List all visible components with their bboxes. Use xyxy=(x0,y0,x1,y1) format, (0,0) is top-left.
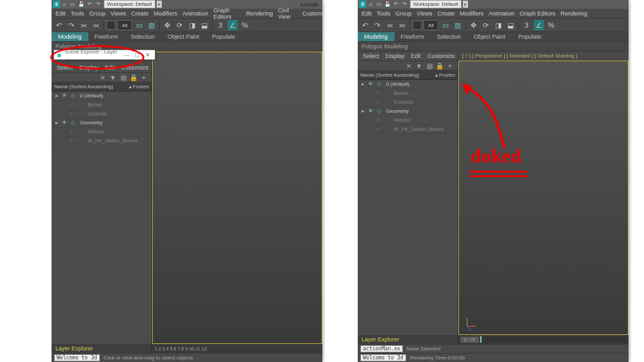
filter-icon[interactable]: ▼ xyxy=(109,73,117,81)
select-name-icon[interactable]: ▥ xyxy=(453,20,463,30)
explorer-menu-edit[interactable]: Edit xyxy=(105,64,115,71)
unlink-icon[interactable]: ⫘ xyxy=(90,20,101,30)
menu-grapheditors[interactable]: Graph Editors xyxy=(213,7,241,20)
menu-tools[interactable]: Tools xyxy=(377,10,391,17)
expand-icon[interactable]: ▸ xyxy=(54,93,59,99)
scale-gizmo-icon[interactable]: ◨ xyxy=(493,20,503,30)
menu-group[interactable]: Group xyxy=(396,10,412,17)
scale-gizmo-icon[interactable]: ◨ xyxy=(187,20,197,30)
list-item[interactable]: ▫IK_FK_Switch_Bones xyxy=(358,125,458,134)
tab-freeform[interactable]: Freeform xyxy=(88,32,125,41)
expand-icon[interactable]: ▸ xyxy=(360,81,366,87)
tab-modeling[interactable]: Modeling xyxy=(358,32,395,41)
redo-icon[interactable]: ↷ xyxy=(401,1,407,8)
move-gizmo-icon[interactable]: ✥ xyxy=(469,20,479,30)
list-item[interactable]: ▫Controls xyxy=(52,110,151,119)
rotate-gizmo-icon[interactable]: ⟳ xyxy=(481,20,491,30)
new-icon[interactable]: ▱ xyxy=(61,1,68,8)
dialog-titlebar[interactable]: ▣ Scene Explorer - Layer … — ▢ ✕ xyxy=(54,50,155,59)
snap-toggle-icon[interactable]: 3 xyxy=(522,20,532,30)
select-filter-check[interactable] xyxy=(106,21,115,30)
rotate-gizmo-icon[interactable]: ⟳ xyxy=(175,20,185,30)
selection-filter[interactable]: All xyxy=(117,20,132,30)
workspace-dropdown-icon[interactable]: ▾ xyxy=(463,1,468,8)
menu-rendering[interactable]: Rendering xyxy=(246,10,273,17)
tab-modeling[interactable]: Modeling xyxy=(52,32,88,41)
menu-create[interactable]: Create xyxy=(437,10,454,17)
undo-button[interactable]: ↶ xyxy=(54,20,64,30)
redo-button[interactable]: ↷ xyxy=(372,20,382,30)
menu-modifiers[interactable]: Modifiers xyxy=(460,10,483,17)
menu-tools[interactable]: Tools xyxy=(71,10,84,17)
angle-snap-icon[interactable]: ∠ xyxy=(534,20,544,30)
visibility-icon[interactable]: 👁 xyxy=(62,93,68,99)
tab-selection[interactable]: Selection xyxy=(124,32,161,41)
list-item[interactable]: ▫Controls xyxy=(358,98,458,107)
explorer-list[interactable]: ▸👁◇0 (default) ▫Bones ▫Controls ▸👁◇Geome… xyxy=(52,91,151,344)
workspace-selector[interactable]: Workspace: Default xyxy=(410,0,462,8)
list-item[interactable]: ▫Bones xyxy=(52,100,151,110)
snap-toggle-icon[interactable]: 3 xyxy=(215,20,226,30)
tab-populate[interactable]: Populate xyxy=(206,32,242,41)
viewport-canvas[interactable] xyxy=(458,61,629,335)
add-icon[interactable]: + xyxy=(140,73,148,81)
open-icon[interactable]: ▭ xyxy=(376,1,382,8)
filter-icon[interactable]: ▼ xyxy=(415,62,423,70)
new-icon[interactable]: ▱ xyxy=(367,1,374,8)
list-item[interactable]: ▫Hidden xyxy=(358,116,458,125)
explorer-menu-display[interactable]: Display xyxy=(79,64,99,71)
placement-icon[interactable]: ⬓ xyxy=(199,20,210,30)
layer-row[interactable]: ▸👁◇Geometry xyxy=(52,119,151,128)
menu-animation[interactable]: Animation xyxy=(489,10,514,17)
list-item[interactable]: ▫IK_FK_Switch_Bones xyxy=(52,137,151,146)
lock-icon[interactable]: 🔒 xyxy=(130,73,137,81)
menu-animation[interactable]: Animation xyxy=(182,10,208,17)
scene-explorer-floating-dialog[interactable]: ▣ Scene Explorer - Layer … — ▢ ✕ xyxy=(54,50,155,60)
undo-button[interactable]: ↶ xyxy=(360,20,370,30)
timeline[interactable]: 0 / 25 xyxy=(458,335,629,344)
maxscript-listener[interactable]: Welcome to 3d xyxy=(54,354,100,361)
close-icon[interactable]: ✕ xyxy=(99,73,106,81)
visibility-icon[interactable]: 👁 xyxy=(368,108,375,114)
viewport-label[interactable]: [ + ] [ Perspective ] [ Standard ] [ Def… xyxy=(458,52,629,61)
workspace-selector[interactable]: Workspace: Default xyxy=(104,0,155,8)
close-icon[interactable]: ✕ xyxy=(144,52,152,58)
undo-icon[interactable]: ↶ xyxy=(86,1,93,8)
list-item[interactable]: ▫Bones xyxy=(358,89,458,98)
explorer-menu-select[interactable]: Select xyxy=(363,53,379,59)
list-item[interactable]: ▫Hidden xyxy=(52,128,151,137)
open-icon[interactable]: ▭ xyxy=(70,1,76,8)
menu-create[interactable]: Create xyxy=(131,10,148,17)
maxscript-macro[interactable]: actionMan.ex xyxy=(360,345,403,352)
percent-snap-icon[interactable]: % xyxy=(240,20,250,30)
menu-views[interactable]: Views xyxy=(111,10,126,17)
save-icon[interactable]: 💾 xyxy=(78,1,84,8)
explorer-menu-edit[interactable]: Edit xyxy=(411,53,422,59)
menu-modifiers[interactable]: Modifiers xyxy=(153,10,177,17)
explorer-header[interactable]: Name (Sorted Ascending) ▴ Frozen xyxy=(358,71,458,80)
layer-row[interactable]: ▸👁◇0 (default) xyxy=(52,91,151,100)
percent-snap-icon[interactable]: % xyxy=(546,20,556,30)
tab-selection[interactable]: Selection xyxy=(431,32,467,41)
explorer-menu-select[interactable]: Select xyxy=(57,64,73,71)
visibility-icon[interactable]: 👁 xyxy=(368,81,375,87)
select-name-icon[interactable]: ▥ xyxy=(146,20,157,30)
frame-indicator[interactable]: 0 / 25 xyxy=(461,337,479,343)
select-object-icon[interactable]: ▭ xyxy=(134,20,144,30)
explorer-menu-customize[interactable]: Customize xyxy=(427,53,455,59)
expand-icon[interactable]: ▸ xyxy=(360,108,366,114)
select-filter-check[interactable] xyxy=(413,21,422,30)
menu-rendering[interactable]: Rendering xyxy=(561,10,588,17)
explorer-list[interactable]: ▸👁◇0 (default) ▫Bones ▫Controls ▸👁◇Geome… xyxy=(358,80,458,335)
layer-row[interactable]: ▸👁◇0 (default) xyxy=(358,80,458,89)
timeline-track[interactable] xyxy=(480,336,626,343)
timeline[interactable]: 123456789101112 xyxy=(152,344,322,353)
save-icon[interactable]: 💾 xyxy=(384,1,391,8)
viewport[interactable]: [ + ] [ Perspective ] [ Standard ] [ Def… xyxy=(458,52,629,344)
redo-button[interactable]: ↷ xyxy=(66,20,76,30)
tab-objectpaint[interactable]: Object Paint xyxy=(467,32,512,41)
maxscript-listener[interactable]: Welcome to 3d xyxy=(360,354,406,361)
angle-snap-icon[interactable]: ∠ xyxy=(228,20,238,30)
tab-populate[interactable]: Populate xyxy=(512,32,548,41)
explorer-menu-display[interactable]: Display xyxy=(385,53,405,59)
